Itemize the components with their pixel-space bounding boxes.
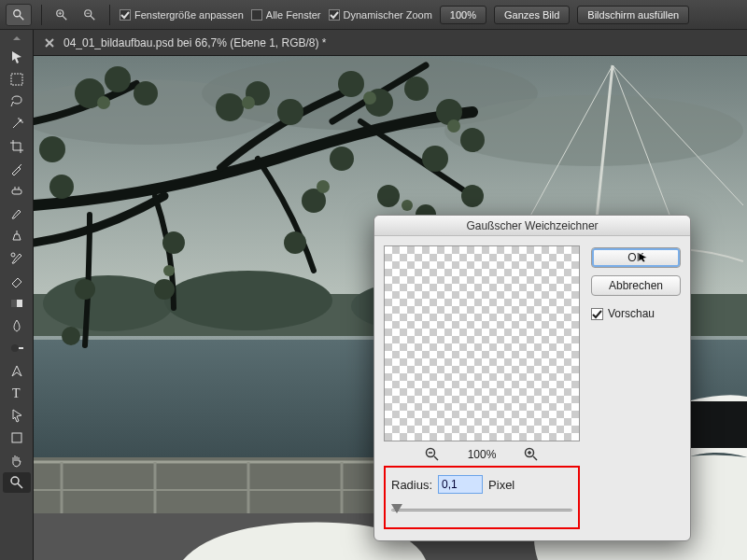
svg-point-55 bbox=[105, 66, 131, 92]
svg-point-79 bbox=[242, 96, 255, 109]
separator bbox=[41, 5, 42, 25]
clone-stamp-tool[interactable] bbox=[3, 226, 31, 246]
svg-point-65 bbox=[422, 146, 448, 172]
fit-screen-button[interactable]: Ganzes Bild bbox=[494, 6, 570, 24]
svg-point-56 bbox=[134, 81, 158, 105]
svg-point-83 bbox=[163, 265, 175, 276]
slider-thumb[interactable] bbox=[391, 504, 402, 513]
svg-point-64 bbox=[460, 128, 485, 152]
gaussian-blur-dialog: Gaußscher Weichzeichner 100% Radius: Pix… bbox=[374, 215, 691, 541]
svg-text:T: T bbox=[12, 386, 21, 400]
preview-zoom-out-button[interactable] bbox=[425, 447, 440, 462]
tools-panel: T bbox=[0, 30, 34, 560]
brush-tool[interactable] bbox=[3, 203, 31, 224]
svg-point-84 bbox=[402, 200, 413, 211]
svg-point-81 bbox=[447, 119, 460, 133]
gradient-tool[interactable] bbox=[3, 293, 31, 314]
all-windows-label: Alle Fenster bbox=[266, 9, 321, 21]
radius-unit: Pixel bbox=[488, 478, 514, 492]
svg-point-77 bbox=[49, 175, 74, 199]
svg-line-7 bbox=[91, 15, 94, 19]
svg-point-68 bbox=[284, 231, 306, 254]
zoom-100-button[interactable]: 100% bbox=[440, 6, 486, 24]
dialog-title: Gaußscher Weichzeichner bbox=[374, 216, 690, 236]
zoom-out-button[interactable] bbox=[79, 5, 100, 25]
svg-rect-13 bbox=[11, 74, 22, 85]
resize-to-fit-label: Fenstergröße anpassen bbox=[134, 9, 244, 21]
preview-checkbox[interactable]: Vorschau bbox=[591, 307, 681, 320]
zoom-in-button[interactable] bbox=[51, 5, 72, 25]
options-bar: Fenstergröße anpassen Alle Fenster Dynam… bbox=[0, 0, 747, 30]
blur-tool[interactable] bbox=[3, 315, 31, 336]
eraser-tool[interactable] bbox=[3, 271, 31, 291]
svg-point-57 bbox=[216, 93, 244, 121]
svg-point-21 bbox=[11, 253, 15, 257]
document-tab-bar: 04_01_bildaufbau.psd bei 66,7% (Ebene 1,… bbox=[34, 30, 747, 56]
cursor-icon bbox=[638, 252, 649, 263]
svg-point-70 bbox=[154, 279, 175, 300]
svg-point-40 bbox=[43, 275, 174, 331]
marquee-tool[interactable] bbox=[3, 69, 31, 90]
current-tool-indicator[interactable] bbox=[6, 4, 32, 26]
lasso-tool[interactable] bbox=[3, 91, 31, 112]
close-tab-button[interactable] bbox=[43, 36, 56, 49]
scrubby-zoom-checkbox[interactable]: Dynamischer Zoom bbox=[329, 9, 432, 21]
svg-line-30 bbox=[18, 483, 22, 488]
filter-preview[interactable] bbox=[384, 245, 580, 441]
svg-point-34 bbox=[444, 95, 743, 166]
svg-point-62 bbox=[404, 77, 429, 101]
svg-line-14 bbox=[13, 120, 21, 128]
radius-slider[interactable] bbox=[391, 503, 572, 516]
shape-tool[interactable] bbox=[3, 427, 31, 448]
svg-marker-11 bbox=[13, 36, 21, 40]
preview-zoom-in-button[interactable] bbox=[524, 447, 539, 462]
pen-tool[interactable] bbox=[3, 360, 31, 381]
svg-rect-23 bbox=[11, 300, 17, 307]
svg-point-0 bbox=[14, 9, 21, 16]
svg-marker-27 bbox=[13, 410, 21, 422]
panel-grip-icon[interactable] bbox=[0, 35, 33, 43]
cancel-button[interactable]: Abbrechen bbox=[591, 275, 681, 296]
svg-marker-12 bbox=[12, 51, 21, 63]
eyedropper-tool[interactable] bbox=[3, 159, 31, 179]
svg-line-1 bbox=[20, 15, 23, 19]
ok-button[interactable]: OK bbox=[591, 247, 681, 268]
svg-point-73 bbox=[377, 185, 400, 207]
path-selection-tool[interactable] bbox=[3, 405, 31, 426]
svg-point-60 bbox=[338, 71, 364, 97]
svg-point-82 bbox=[317, 180, 330, 193]
crop-tool[interactable] bbox=[3, 136, 31, 157]
svg-point-29 bbox=[11, 477, 19, 484]
hand-tool[interactable] bbox=[3, 450, 31, 470]
healing-brush-tool[interactable] bbox=[3, 181, 31, 202]
history-brush-tool[interactable] bbox=[3, 248, 31, 269]
resize-to-fit-checkbox[interactable]: Fenstergröße anpassen bbox=[120, 9, 244, 21]
zoom-tool[interactable] bbox=[3, 472, 31, 493]
svg-line-89 bbox=[533, 456, 537, 460]
svg-marker-92 bbox=[639, 253, 647, 262]
document-title: 04_01_bildaufbau.psd bei 66,7% (Ebene 1,… bbox=[63, 36, 327, 49]
svg-point-24 bbox=[11, 344, 19, 352]
svg-point-63 bbox=[436, 99, 462, 125]
scrubby-zoom-label: Dynamischer Zoom bbox=[344, 9, 432, 21]
preview-checkbox-label: Vorschau bbox=[608, 307, 655, 320]
radius-input[interactable] bbox=[438, 475, 483, 494]
svg-point-78 bbox=[97, 96, 110, 109]
all-windows-checkbox[interactable]: Alle Fenster bbox=[251, 9, 321, 21]
move-tool[interactable] bbox=[3, 47, 31, 67]
svg-point-75 bbox=[461, 185, 484, 207]
preview-zoom-level: 100% bbox=[468, 448, 497, 461]
slider-track bbox=[391, 509, 572, 511]
svg-point-71 bbox=[75, 279, 95, 300]
svg-rect-18 bbox=[12, 189, 21, 194]
fill-screen-button[interactable]: Bildschirm ausfüllen bbox=[577, 6, 689, 24]
svg-line-3 bbox=[63, 15, 66, 19]
svg-point-72 bbox=[62, 327, 80, 345]
svg-rect-53 bbox=[687, 401, 747, 448]
svg-rect-28 bbox=[12, 433, 21, 442]
type-tool[interactable]: T bbox=[3, 383, 31, 403]
svg-point-41 bbox=[164, 271, 332, 330]
magic-wand-tool[interactable] bbox=[3, 114, 31, 134]
svg-point-69 bbox=[162, 231, 185, 254]
dodge-tool[interactable] bbox=[3, 338, 31, 358]
